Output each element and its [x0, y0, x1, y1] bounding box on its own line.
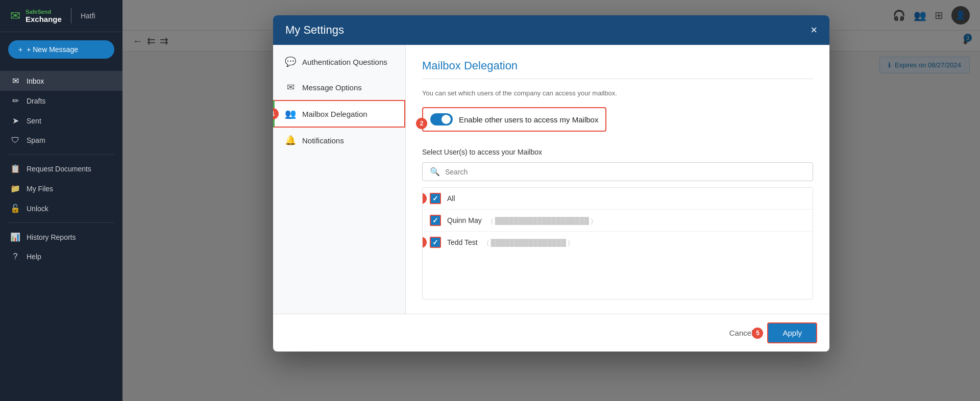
modal-nav-mailbox-delegation[interactable]: 1 👥 Mailbox Delegation: [273, 100, 405, 128]
history-reports-icon: 📊: [10, 232, 20, 242]
toggle-container: Enable other users to access my Mailbox …: [422, 107, 813, 140]
enable-toggle-row: Enable other users to access my Mailbox: [422, 107, 606, 132]
sidebar-item-help[interactable]: ? Help: [0, 247, 122, 266]
tedd-test-checkbox[interactable]: [430, 237, 441, 248]
drafts-icon: ✏: [10, 96, 20, 106]
enable-toggle[interactable]: [430, 113, 453, 126]
modal-nav-auth-questions[interactable]: 💬 Authentication Questions: [273, 49, 405, 74]
logo-divider: [71, 8, 71, 23]
sidebar-item-my-files[interactable]: 📁 My Files: [0, 179, 122, 198]
mailbox-delegation-icon: 👥: [285, 108, 296, 119]
sidebar-divider-1: [8, 154, 114, 155]
mailbox-delegation-title: Mailbox Delegation: [422, 59, 813, 72]
search-input[interactable]: [445, 168, 805, 176]
sidebar-item-history-reports[interactable]: 📊 History Reports: [0, 227, 122, 247]
new-message-icon: +: [18, 45, 22, 54]
sidebar-item-sent-label: Sent: [27, 117, 41, 125]
step-1-badge: 1: [273, 108, 279, 119]
logo-icon: ✉: [10, 9, 20, 23]
all-checkbox[interactable]: [430, 193, 441, 204]
modal-nav-notifications-label: Notifications: [302, 136, 344, 145]
inbox-icon: ✉: [10, 76, 20, 86]
apply-wrapper: 5 Apply: [767, 322, 817, 343]
user-item-quinn-may: Quinn May ( ████████████████████ ): [423, 210, 813, 232]
modal-footer: Cancel 5 Apply: [273, 314, 829, 352]
select-users-label: Select User(s) to access your Mailbox: [422, 148, 813, 156]
sidebar-item-history-reports-label: History Reports: [27, 233, 76, 241]
logo-area: ✉ SafeSend Exchange Hatfi: [0, 0, 122, 32]
my-files-icon: 📁: [10, 184, 20, 193]
user-item-tedd-test: 4 Tedd Test ( ████████████████ ): [423, 232, 813, 253]
modal-body: 💬 Authentication Questions ✉ Message Opt…: [273, 45, 829, 314]
search-box: 🔍: [422, 162, 813, 181]
modal-nav-message-options[interactable]: ✉ Message Options: [273, 74, 405, 100]
sidebar-item-sent[interactable]: ➤ Sent: [0, 111, 122, 131]
modal-title: My Settings: [285, 23, 344, 37]
new-message-label: + New Message: [27, 45, 78, 54]
modal-main-content: Mailbox Delegation You can set which use…: [406, 45, 829, 314]
modal-nav-notifications[interactable]: 🔔 Notifications: [273, 128, 405, 153]
sidebar-item-help-label: Help: [27, 253, 41, 261]
search-icon: 🔍: [430, 167, 440, 177]
app-sidebar: ✉ SafeSend Exchange Hatfi + + New Messag…: [0, 0, 122, 401]
message-options-icon: ✉: [285, 82, 296, 93]
auth-questions-icon: 💬: [285, 56, 296, 67]
tedd-test-name: Tedd Test: [447, 238, 478, 246]
notifications-icon: 🔔: [285, 135, 296, 146]
modal-close-button[interactable]: ×: [811, 24, 817, 36]
new-message-button[interactable]: + + New Message: [8, 40, 114, 59]
unlock-icon: 🔓: [10, 204, 20, 213]
sidebar-divider-2: [8, 222, 114, 223]
modal-nav-auth-questions-label: Authentication Questions: [302, 58, 387, 66]
sidebar-nav: ✉ Inbox ✏ Drafts ➤ Sent 🛡 Spam 📋 Request…: [0, 67, 122, 401]
user-list: 3 All Quinn May ( ████████████████████ ): [422, 187, 813, 299]
main-content: 🎧 👥 ⊞ 👤 ← ⇇ ⇉ ⬇ 3 ℹ Expires on 08/27/202…: [122, 0, 980, 401]
modal-overlay: My Settings × 💬 Authentication Questions…: [122, 0, 980, 401]
logo-exchange: Exchange: [26, 15, 62, 23]
modal-nav-sidebar: 💬 Authentication Questions ✉ Message Opt…: [273, 45, 406, 314]
quinn-may-email: ( ████████████████████ ): [491, 217, 593, 224]
sidebar-item-drafts-label: Drafts: [27, 97, 45, 105]
request-docs-icon: 📋: [10, 164, 20, 173]
step-2-badge: 2: [416, 118, 427, 129]
section-divider: [422, 79, 813, 79]
step-4-badge: 4: [422, 237, 427, 248]
sidebar-item-spam-label: Spam: [27, 136, 45, 144]
company-name: Hatfi: [81, 12, 95, 20]
sidebar-item-unlock-label: Unlock: [27, 205, 48, 213]
logo-safesend: SafeSend: [26, 9, 62, 15]
user-item-all: 3 All: [423, 188, 813, 210]
quinn-may-name: Quinn May: [447, 216, 482, 224]
sidebar-item-drafts[interactable]: ✏ Drafts: [0, 91, 122, 111]
apply-button[interactable]: Apply: [767, 322, 817, 343]
sidebar-item-spam[interactable]: 🛡 Spam: [0, 131, 122, 150]
sidebar-item-unlock[interactable]: 🔓 Unlock: [0, 198, 122, 218]
all-user-label: All: [447, 194, 455, 203]
sidebar-item-request-documents[interactable]: 📋 Request Documents: [0, 159, 122, 179]
step-3-badge: 3: [422, 193, 427, 204]
sidebar-item-request-docs-label: Request Documents: [27, 165, 91, 173]
sidebar-item-my-files-label: My Files: [27, 185, 53, 193]
sidebar-item-inbox-label: Inbox: [27, 77, 44, 85]
mailbox-delegation-desc: You can set which users of the company c…: [422, 89, 813, 97]
quinn-may-checkbox[interactable]: [430, 215, 441, 226]
modal-nav-message-options-label: Message Options: [302, 83, 362, 92]
sidebar-item-inbox[interactable]: ✉ Inbox: [0, 71, 122, 91]
modal-header: My Settings ×: [273, 15, 829, 45]
spam-icon: 🛡: [10, 136, 20, 145]
tedd-test-email: ( ████████████████ ): [487, 239, 570, 246]
step-5-badge: 5: [752, 328, 763, 339]
enable-toggle-label: Enable other users to access my Mailbox: [459, 115, 598, 124]
settings-modal: My Settings × 💬 Authentication Questions…: [273, 15, 829, 352]
logo-text-group: SafeSend Exchange: [26, 9, 62, 23]
help-icon: ?: [10, 252, 20, 261]
modal-nav-mailbox-delegation-label: Mailbox Delegation: [302, 110, 368, 118]
sent-icon: ➤: [10, 116, 20, 126]
